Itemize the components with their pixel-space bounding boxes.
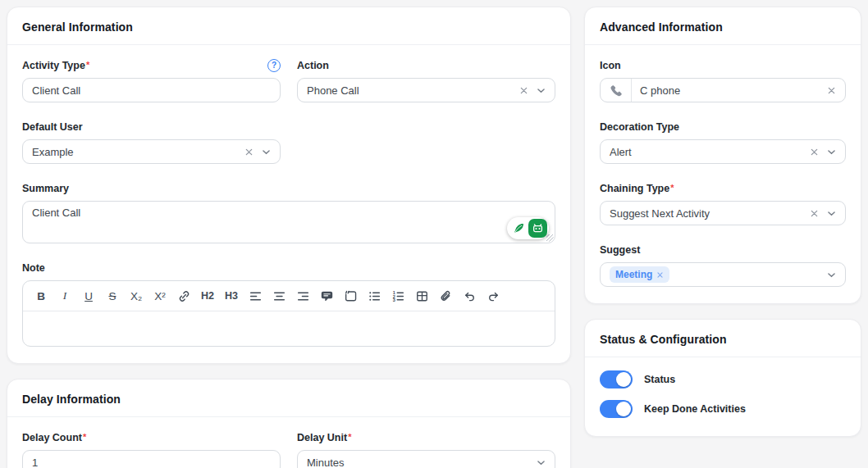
remove-tag-icon[interactable]	[656, 271, 664, 279]
quill-icon	[513, 222, 525, 234]
card-body: Icon Decoration Type Ale	[585, 45, 861, 303]
attachment-icon[interactable]	[436, 288, 455, 304]
table-icon[interactable]	[413, 288, 431, 304]
delay-information-card: Delay Information Delay Count* Delay Uni…	[7, 379, 571, 468]
icon-input[interactable]	[632, 79, 825, 102]
icon-field: Icon	[600, 58, 846, 102]
card-header: Status & Configuration	[585, 320, 861, 357]
decoration-type-select-value: Alert	[610, 146, 808, 158]
help-icon[interactable]: ?	[267, 59, 281, 72]
icon-label: Icon	[600, 60, 621, 71]
clear-icon[interactable]	[243, 146, 255, 158]
suggest-label: Suggest	[600, 244, 640, 256]
delay-unit-label: Delay Unit*	[297, 432, 351, 443]
advanced-information-card: Advanced Information Icon	[584, 7, 861, 304]
note-editor-content[interactable]	[23, 311, 555, 346]
required-asterisk: *	[86, 60, 89, 70]
icon-input-group	[600, 78, 846, 102]
clear-icon[interactable]	[808, 146, 820, 158]
activity-type-input[interactable]	[22, 78, 281, 102]
default-user-label: Default User	[22, 121, 83, 133]
ai-writer-button[interactable]	[507, 217, 549, 239]
required-asterisk: *	[83, 432, 86, 442]
chevron-down-icon[interactable]	[825, 207, 838, 220]
status-toggle-row: Status	[600, 370, 846, 388]
note-editor: BIUSX₂X²H2H3123	[22, 280, 555, 347]
delay-unit-select-value: Minutes	[307, 457, 535, 468]
chaining-type-field: Chaining Type* Suggest Next Activity	[600, 181, 846, 225]
resize-handle[interactable]	[546, 234, 554, 242]
activity-type-label: Activity Type*	[22, 60, 89, 71]
chevron-down-icon[interactable]	[825, 146, 838, 158]
bold-icon[interactable]: B	[32, 288, 50, 304]
align-right-icon[interactable]	[294, 288, 312, 304]
code-block-icon[interactable]	[341, 288, 359, 304]
note-field: Note BIUSX₂X²H2H3123	[22, 261, 555, 347]
card-title: General Information	[22, 20, 555, 34]
card-body: Status Keep Done Activities	[585, 357, 861, 436]
summary-textarea[interactable]: Client Call	[22, 201, 555, 243]
chaining-type-label: Chaining Type*	[600, 183, 674, 194]
align-center-icon[interactable]	[270, 288, 288, 304]
chevron-down-icon[interactable]	[825, 269, 838, 281]
link-icon[interactable]	[175, 288, 193, 304]
ordered-list-icon[interactable]: 123	[389, 288, 407, 304]
decoration-type-select[interactable]: Alert	[600, 139, 846, 164]
underline-icon[interactable]: U	[80, 288, 98, 304]
required-asterisk: *	[348, 432, 351, 442]
redo-icon[interactable]	[484, 288, 502, 304]
suggest-tag: Meeting	[610, 266, 669, 283]
strikethrough-icon[interactable]: S	[103, 288, 121, 304]
chevron-down-icon[interactable]	[535, 84, 547, 97]
clear-icon[interactable]	[518, 84, 530, 97]
summary-label: Summary	[22, 183, 69, 194]
action-field: Action Phone Call	[297, 58, 555, 118]
italic-icon[interactable]: I	[56, 288, 74, 304]
chaining-type-select[interactable]: Suggest Next Activity	[600, 201, 846, 225]
ai-robot-icon[interactable]	[528, 219, 547, 238]
action-label: Action	[297, 60, 329, 71]
default-user-select[interactable]: Example	[22, 139, 281, 164]
superscript-icon[interactable]: X²	[151, 288, 169, 304]
keep-done-activities-toggle-label: Keep Done Activities	[644, 403, 746, 415]
chevron-down-icon[interactable]	[535, 457, 547, 468]
summary-field: Summary Client Call	[22, 181, 555, 243]
left-column: General Information Activity Type* ? Act…	[7, 7, 571, 468]
decoration-type-label: Decoration Type	[600, 121, 679, 133]
keep-done-activities-toggle[interactable]	[600, 400, 633, 418]
default-user-select-value: Example	[32, 146, 243, 158]
card-title: Status & Configuration	[600, 333, 846, 346]
clear-icon[interactable]	[808, 207, 820, 220]
delay-unit-field: Delay Unit* Minutes	[297, 430, 555, 468]
status-toggle[interactable]	[600, 370, 633, 388]
summary-text: Client Call	[32, 207, 80, 219]
status-configuration-card: Status & Configuration Status Keep Done …	[584, 319, 861, 437]
card-header: General Information	[7, 7, 570, 45]
comment-icon[interactable]	[318, 288, 336, 304]
subscript-icon[interactable]: X₂	[127, 288, 145, 304]
heading-2-icon[interactable]: H2	[199, 288, 217, 304]
decoration-type-field: Decoration Type Alert	[600, 120, 846, 164]
clear-icon[interactable]	[825, 84, 838, 97]
chevron-down-icon[interactable]	[260, 146, 272, 158]
svg-text:3: 3	[392, 297, 395, 302]
heading-3-icon[interactable]: H3	[222, 288, 240, 304]
delay-unit-select[interactable]: Minutes	[297, 450, 555, 468]
suggest-multiselect[interactable]: Meeting	[600, 262, 846, 287]
general-information-card: General Information Activity Type* ? Act…	[7, 7, 571, 364]
delay-count-field: Delay Count*	[22, 430, 281, 468]
action-select[interactable]: Phone Call	[297, 78, 555, 102]
default-user-field: Default User Example	[22, 120, 281, 164]
activity-type-field: Activity Type* ?	[22, 58, 281, 102]
delay-count-input[interactable]	[22, 450, 281, 468]
bullet-list-icon[interactable]	[365, 288, 383, 304]
align-left-icon[interactable]	[246, 288, 264, 304]
status-toggle-label: Status	[644, 374, 675, 385]
chaining-type-select-value: Suggest Next Activity	[610, 207, 808, 220]
undo-icon[interactable]	[460, 288, 478, 304]
right-column: Advanced Information Icon	[584, 7, 861, 468]
suggest-field: Suggest Meeting	[600, 243, 846, 287]
page: General Information Activity Type* ? Act…	[0, 0, 868, 468]
phone-icon	[601, 79, 632, 102]
suggest-tag-label: Meeting	[615, 269, 652, 280]
